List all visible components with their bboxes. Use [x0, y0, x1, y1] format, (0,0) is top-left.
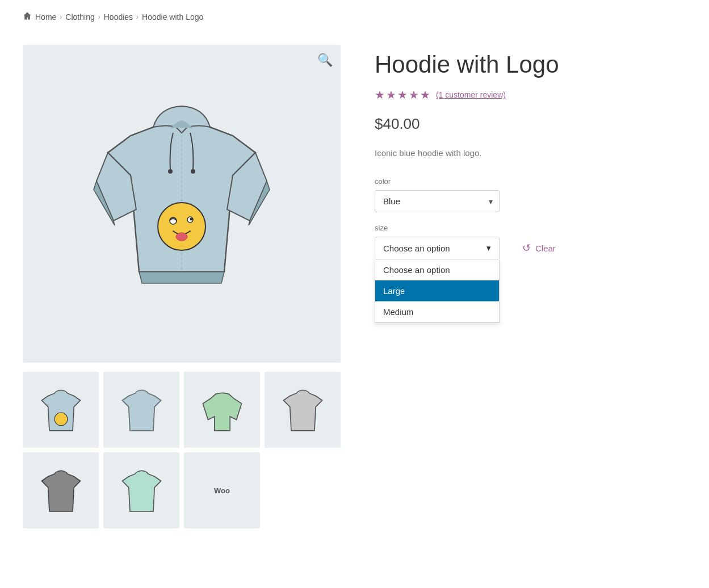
thumbnail-3[interactable]: [184, 372, 260, 448]
review-link[interactable]: (1 customer review): [436, 90, 506, 99]
svg-point-0: [168, 169, 173, 174]
thumbnail-2[interactable]: [103, 372, 179, 448]
breadcrumb-home[interactable]: Home: [35, 12, 56, 22]
size-option-large[interactable]: Large: [375, 280, 499, 301]
breadcrumb-sep-3: ›: [136, 13, 139, 21]
rating-row: ★ ★ ★ ★ ★ (1 customer review): [375, 88, 686, 102]
size-option-placeholder[interactable]: Choose an option: [375, 259, 499, 280]
size-dropdown-wrap: Choose an option ▾ Choose an option Larg…: [375, 237, 500, 259]
svg-point-8: [54, 413, 68, 426]
breadcrumb: Home › Clothing › Hoodies › Hoodie with …: [23, 11, 686, 22]
thumbnail-grid-row2: Woo: [23, 452, 341, 528]
size-variation: size Choose an option ▾ Choose an option…: [375, 224, 686, 259]
product-description: Iconic blue hoodie with logo.: [375, 146, 686, 160]
page-wrapper: Home › Clothing › Hoodies › Hoodie with …: [0, 0, 709, 540]
breadcrumb-hoodies[interactable]: Hoodies: [104, 12, 133, 22]
breadcrumb-current: Hoodie with Logo: [142, 12, 203, 22]
size-dropdown-trigger[interactable]: Choose an option ▾: [375, 237, 500, 259]
product-price: $40.00: [375, 115, 686, 133]
home-icon: [23, 11, 32, 22]
color-select-wrap: Blue Green Gray ▾: [375, 190, 500, 212]
svg-point-7: [176, 233, 187, 241]
product-images: 🔍: [23, 45, 341, 528]
star-3: ★: [397, 88, 408, 102]
star-2: ★: [386, 88, 396, 102]
product-title: Hoodie with Logo: [375, 51, 686, 79]
color-variation: color Blue Green Gray ▾: [375, 177, 686, 212]
thumbnail-4[interactable]: [265, 372, 341, 448]
size-dropdown-arrow: ▾: [486, 243, 491, 253]
clear-button[interactable]: ↺ Clear: [522, 242, 556, 254]
svg-point-3: [158, 203, 205, 250]
size-dropdown-list: Choose an option Large Medium: [375, 259, 500, 323]
product-layout: 🔍: [23, 45, 686, 528]
clear-icon: ↺: [522, 242, 531, 254]
size-trigger-text: Choose an option: [383, 243, 450, 253]
star-4: ★: [409, 88, 419, 102]
size-option-medium[interactable]: Medium: [375, 301, 499, 322]
color-label: color: [375, 177, 686, 186]
product-info: Hoodie with Logo ★ ★ ★ ★ ★ (1 customer r…: [375, 45, 686, 299]
main-image: 🔍: [23, 45, 341, 363]
woo-badge-thumb: Woo: [214, 486, 230, 495]
thumbnail-1[interactable]: [23, 372, 99, 448]
star-5: ★: [420, 88, 430, 102]
color-select[interactable]: Blue Green Gray: [375, 190, 500, 212]
size-label: size: [375, 224, 686, 232]
star-rating: ★ ★ ★ ★ ★: [375, 88, 430, 102]
svg-point-1: [191, 169, 195, 174]
product-image-svg: [85, 96, 278, 312]
zoom-icon[interactable]: 🔍: [317, 53, 333, 68]
breadcrumb-sep-2: ›: [98, 13, 100, 21]
breadcrumb-clothing[interactable]: Clothing: [65, 12, 94, 22]
thumbnail-grid-row1: [23, 372, 341, 448]
svg-point-6: [190, 218, 193, 221]
star-1: ★: [375, 88, 385, 102]
size-controls: Choose an option ▾ Choose an option Larg…: [375, 237, 686, 259]
thumbnail-6[interactable]: [103, 452, 179, 528]
breadcrumb-sep-1: ›: [60, 13, 62, 21]
clear-label: Clear: [535, 243, 556, 253]
thumbnail-7[interactable]: Woo: [184, 452, 260, 528]
thumbnail-5[interactable]: [23, 452, 99, 528]
